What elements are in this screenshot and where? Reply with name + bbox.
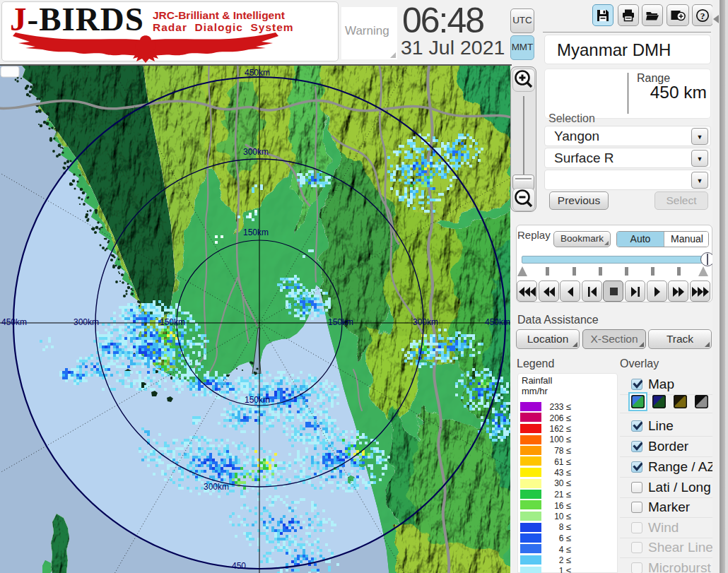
svg-text:300km: 300km xyxy=(243,147,269,157)
svg-text:150km: 150km xyxy=(243,228,269,237)
svg-text:450km: 450km xyxy=(1,317,27,327)
svg-text:300km: 300km xyxy=(204,482,229,492)
svg-text:450km: 450km xyxy=(245,68,270,78)
svg-text:150km: 150km xyxy=(328,317,353,327)
svg-text:300km: 300km xyxy=(413,317,438,327)
svg-text:300km: 300km xyxy=(74,317,99,327)
svg-text:450: 450 xyxy=(232,561,246,571)
svg-text:150km: 150km xyxy=(160,317,185,327)
svg-text:150km: 150km xyxy=(245,395,270,405)
svg-text:450km: 450km xyxy=(485,317,510,327)
svg-text:?: ? xyxy=(700,11,705,21)
